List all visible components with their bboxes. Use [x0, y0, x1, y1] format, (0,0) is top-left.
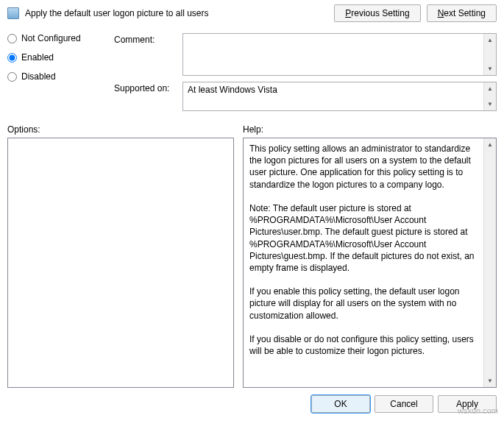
comment-label: Comment:	[114, 33, 177, 76]
watermark: wsxdn.com	[458, 406, 498, 415]
scroll-down-icon[interactable]: ▼	[484, 375, 496, 387]
radio-not-configured[interactable]: Not Configured	[7, 33, 103, 43]
previous-setting-button[interactable]: Previous Setting	[334, 4, 420, 22]
comment-box[interactable]: ▲ ▼	[182, 33, 497, 76]
scroll-down-icon[interactable]: ▼	[484, 63, 496, 75]
ok-button[interactable]: OK	[311, 395, 370, 413]
comment-area: Comment: ▲ ▼ Supported on: At least Wind…	[114, 33, 497, 111]
supported-value: At least Windows Vista	[183, 82, 496, 110]
comment-scrollbar[interactable]: ▲ ▼	[483, 34, 496, 75]
footer: OK Cancel Apply	[0, 388, 504, 419]
options-pane	[7, 138, 234, 388]
help-scrollbar[interactable]: ▲ ▼	[483, 138, 496, 387]
pane-labels: Options: Help:	[0, 118, 504, 138]
radio-disabled-label[interactable]: Disabled	[21, 71, 56, 82]
prev-label-tail: revious Setting	[351, 8, 409, 18]
help-label: Help:	[243, 124, 497, 135]
scroll-up-icon[interactable]: ▲	[484, 82, 496, 95]
help-pane: This policy setting allows an administra…	[243, 138, 497, 388]
scroll-down-icon[interactable]: ▼	[484, 98, 496, 110]
radio-enabled[interactable]: Enabled	[7, 52, 103, 63]
options-label: Options:	[7, 124, 243, 135]
radio-disabled-input[interactable]	[7, 72, 17, 82]
scroll-up-icon[interactable]: ▲	[484, 138, 496, 151]
panes-row: This policy setting allows an administra…	[0, 138, 504, 388]
supported-box: At least Windows Vista ▲ ▼	[182, 82, 497, 111]
comment-value[interactable]	[183, 34, 496, 75]
next-label-tail: ext Setting	[444, 8, 486, 18]
scroll-up-icon[interactable]: ▲	[484, 34, 496, 46]
supported-label: Supported on:	[114, 82, 177, 111]
supported-scrollbar[interactable]: ▲ ▼	[483, 82, 496, 110]
header-row: Apply the default user logon picture to …	[0, 0, 504, 29]
help-text: This policy setting allows an administra…	[244, 138, 483, 387]
cancel-button[interactable]: Cancel	[375, 395, 433, 413]
comment-row: Comment: ▲ ▼	[114, 33, 497, 76]
radio-enabled-input[interactable]	[7, 53, 17, 63]
nav-buttons: Previous Setting Next Setting	[334, 4, 497, 22]
policy-icon	[7, 7, 19, 19]
supported-row: Supported on: At least Windows Vista ▲ ▼	[114, 82, 497, 111]
section-top: Not Configured Enabled Disabled Comment:…	[0, 29, 504, 118]
state-radio-group: Not Configured Enabled Disabled	[7, 33, 103, 111]
radio-enabled-label[interactable]: Enabled	[21, 52, 54, 63]
radio-disabled[interactable]: Disabled	[7, 71, 103, 82]
policy-title: Apply the default user logon picture to …	[25, 8, 328, 18]
next-setting-button[interactable]: Next Setting	[427, 4, 497, 22]
radio-not-configured-input[interactable]	[7, 34, 17, 43]
radio-not-configured-label[interactable]: Not Configured	[21, 33, 81, 43]
